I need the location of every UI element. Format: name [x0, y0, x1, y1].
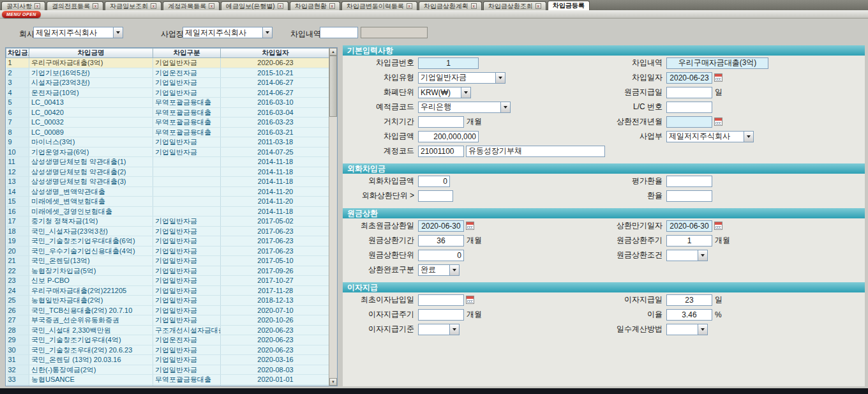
chevron-down-icon[interactable] [495, 72, 505, 84]
table-row[interactable]: 23신보 P-CBO기업일반자금2017-10-27 [6, 276, 331, 286]
table-row[interactable]: 17중기청 정책자금(1억)기업일반자금2017-05-02 [6, 216, 331, 227]
interest-basis-input[interactable] [418, 324, 450, 335]
table-row[interactable]: 3시설자금(23억3천)기업일반자금2014-06-27 [6, 78, 331, 88]
tab-close-icon[interactable]: x [278, 3, 283, 9]
table-row[interactable]: 31국민_온렌딩 (13억) 20.03.16기업일반자금2020-03-16 [6, 355, 331, 365]
currency-input[interactable] [418, 87, 461, 98]
scroll-up-icon[interactable]: ▲ [329, 48, 337, 56]
chevron-down-icon[interactable] [262, 27, 273, 38]
interest-day-input[interactable] [666, 294, 712, 306]
scrollbar-track[interactable] [329, 56, 337, 378]
vertical-scrollbar[interactable]: ▲ ▼ [329, 48, 337, 386]
table-row[interactable]: 12삼성생명단체보험 약관대출(2)2014-11-18 [6, 167, 331, 177]
loan-desc-search-input[interactable] [320, 27, 358, 38]
interest-cycle-input[interactable] [418, 309, 464, 321]
calendar-icon[interactable] [466, 222, 474, 230]
company-select[interactable] [33, 27, 123, 38]
table-row[interactable]: 8LC_00089무역포괄금융대출2016-03-21 [6, 127, 331, 137]
tab-6[interactable]: 차입금현황x [290, 1, 340, 10]
table-row[interactable]: 25농협일반자금대출(2억)기업일반자금2018-12-13 [6, 296, 331, 306]
chevron-down-icon[interactable] [461, 87, 471, 98]
calendar-icon[interactable] [466, 296, 474, 304]
tab-5[interactable]: 예금일보(은행별)x [221, 1, 288, 10]
tab-close-icon[interactable]: x [93, 3, 98, 9]
repay-complete-combo[interactable] [418, 264, 460, 276]
scroll-down-icon[interactable]: ▼ [329, 378, 337, 386]
table-row[interactable]: 6LC_00420무역포괄금융대출2016-03-04 [6, 107, 331, 117]
table-row[interactable]: 14삼성생명_변액약관대출2014-11-20 [6, 186, 331, 197]
tab-9[interactable]: 차입금상환조회x [483, 1, 546, 10]
grace-period-input[interactable] [418, 116, 464, 128]
loan-desc-input[interactable] [666, 57, 768, 69]
table-row[interactable]: 15미래에셋_변액보험대출2014-11-20 [6, 197, 331, 207]
tab-close-icon[interactable]: x [151, 3, 156, 9]
table-row[interactable]: 7LC_00032무역포괄금융대출2016-03-23 [6, 117, 331, 128]
interest-rate-input[interactable] [666, 309, 712, 321]
tab-close-icon[interactable]: x [535, 3, 541, 9]
repay-complete-input[interactable] [418, 264, 450, 276]
tab-10[interactable]: 차입금등록 [548, 1, 590, 10]
tab-8[interactable]: 차입금상환계획x [419, 1, 482, 10]
table-row[interactable]: 9마이너스(3억)기업일반자금2011-03-18 [6, 137, 331, 148]
repay-condition-input[interactable] [666, 250, 698, 261]
day-count-method-input[interactable] [666, 324, 698, 335]
scrollbar-thumb[interactable] [329, 56, 337, 117]
chevron-down-icon[interactable] [113, 27, 123, 38]
repay-unit-input[interactable] [418, 250, 464, 261]
calendar-icon[interactable] [714, 117, 722, 126]
pre-repay-ym-input[interactable] [666, 116, 712, 128]
calendar-icon[interactable] [714, 73, 722, 82]
tab-close-icon[interactable]: x [471, 3, 477, 9]
table-row[interactable]: 4운전자금(10억)기업일반자금2014-06-27 [6, 87, 331, 98]
repay-cycle-input[interactable] [666, 235, 712, 246]
table-row[interactable]: 2기업기보(16억5천)기업운전자금2015-10-21 [6, 68, 331, 78]
loan-no-input[interactable] [418, 57, 479, 69]
table-row[interactable]: 32신한(-)통장예금(2억)기업일반자금2020-08-03 [6, 365, 331, 375]
loan-date-input[interactable] [666, 72, 712, 84]
table-row[interactable]: 27부국증권_선순위유동화증권기업일반자금2020-10-26 [6, 315, 331, 326]
currency-combo[interactable] [418, 87, 471, 98]
table-row[interactable]: 34국민USANCE무역포괄금융대출2020-03-01 [6, 384, 331, 386]
deposit-code-input[interactable] [418, 102, 501, 113]
table-row[interactable]: 28국민_시설대 2,330백만원구조개선시설자금대출2020-06-23 [6, 325, 331, 335]
table-row[interactable]: 21국민_온렌딩(13억)기업일반자금2017-05-10 [6, 256, 331, 266]
tab-1[interactable]: 공지사항x [1, 1, 45, 10]
chevron-down-icon[interactable] [449, 324, 460, 335]
chevron-down-icon[interactable] [698, 250, 708, 261]
tab-2[interactable]: 결의전표등록x [47, 1, 103, 10]
col-header-loan-name[interactable]: 차입금명 [29, 49, 153, 58]
col-header-loan-type[interactable]: 차입구분 [153, 49, 221, 58]
account-name-input[interactable] [466, 146, 605, 157]
loan-amount-input[interactable] [418, 131, 479, 142]
lc-no-input[interactable] [666, 102, 712, 113]
calendar-icon[interactable] [714, 222, 722, 230]
tab-4[interactable]: 계정과목등록x [163, 1, 220, 10]
col-header-loan-code[interactable]: 차입금코드 [6, 49, 29, 58]
table-row[interactable]: 1우리구매자금대출(3억)기업일반자금2020-06-23 [6, 58, 331, 68]
company-input[interactable] [33, 27, 114, 38]
tab-close-icon[interactable]: x [209, 3, 214, 9]
first-repay-date-input[interactable] [418, 220, 464, 232]
exchange-rate-input[interactable] [666, 190, 712, 202]
table-row[interactable]: 10기업운영자금(6억)기업일반자금2014-07-25 [6, 147, 331, 157]
principal-pay-day-input[interactable] [666, 87, 712, 98]
loan-type-combo[interactable] [418, 72, 505, 84]
tab-close-icon[interactable]: x [407, 3, 412, 9]
chevron-down-icon[interactable] [449, 264, 460, 276]
loan-type-input[interactable] [418, 72, 496, 84]
table-row[interactable]: 16미래에셋_경영인보험대출2014-11-18 [6, 206, 331, 216]
chevron-down-icon[interactable] [698, 324, 708, 335]
eval-rate-input[interactable] [666, 176, 712, 187]
table-row[interactable]: 29국민_기술창조기업우대(4억)기업운전자금2020-06-23 [6, 335, 331, 345]
maturity-date-input[interactable] [666, 220, 712, 232]
table-row[interactable]: 19국민_기술창조기업우대대출(6억)기업일반자금2017-06-23 [6, 236, 331, 246]
table-row[interactable]: 11삼성생명단체보험 약관대출(1)2014-11-18 [6, 157, 331, 167]
table-row[interactable]: 20국민_우수기술기업신용대출(4억)기업일반자금2017-06-23 [6, 246, 331, 256]
fx-repay-unit-input[interactable] [418, 190, 453, 202]
tab-3[interactable]: 자금일보조회x [105, 1, 161, 10]
first-interest-date-input[interactable] [418, 294, 464, 306]
repay-period-input[interactable] [418, 235, 464, 246]
tab-7[interactable]: 차입금변동이력등록x [341, 1, 417, 10]
tab-close-icon[interactable]: x [34, 3, 40, 9]
table-row[interactable]: 26국민_TCB신용대출(2억) 20.7.10기업일반자금2020-07-10 [6, 305, 331, 315]
